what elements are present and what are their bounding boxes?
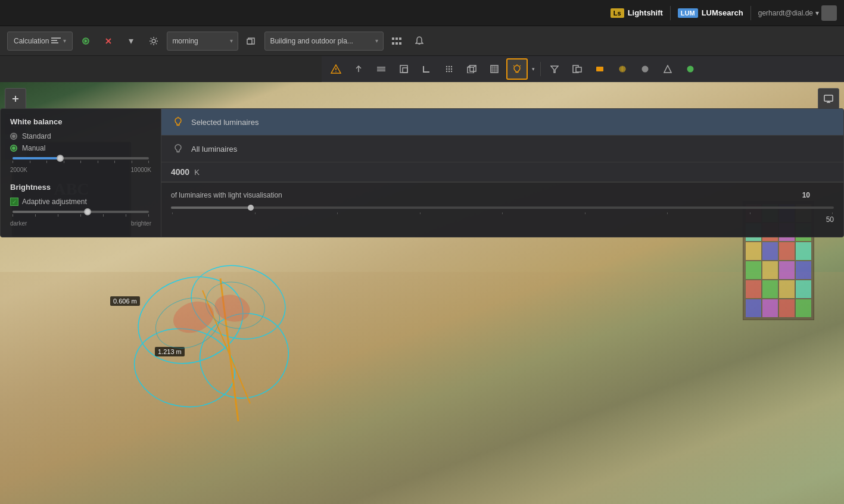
sphere-button[interactable] xyxy=(612,58,633,80)
standard-radio-dot xyxy=(10,133,17,140)
temperature-slider-thumb[interactable] xyxy=(57,155,64,162)
play-button[interactable] xyxy=(76,32,95,51)
stop-button[interactable] xyxy=(99,32,118,51)
cube-button[interactable] xyxy=(461,58,482,80)
dot-grid-button[interactable] xyxy=(438,58,460,80)
svg-rect-54 xyxy=(596,67,603,71)
calculation-icon xyxy=(51,37,61,45)
svg-marker-58 xyxy=(664,65,671,73)
arrow-up-button[interactable] xyxy=(348,58,369,80)
lumsearch-logo: LUM LUMsearch xyxy=(678,8,743,18)
main-toolbar: Calculation ▾ ▾ morning ▾ xyxy=(0,26,844,56)
luminaires-slider-row[interactable] xyxy=(171,206,834,209)
adaptive-checkbox[interactable]: ✓ xyxy=(10,198,18,206)
corner-button[interactable] xyxy=(393,58,415,80)
luminaires-slider-fill xyxy=(171,206,251,209)
lightshift-label: Lightshift xyxy=(628,8,663,17)
brightness-slider-track xyxy=(13,211,149,213)
dot-grid-icon xyxy=(445,65,453,73)
bell-button[interactable] xyxy=(410,32,429,51)
dropdown-menu: Selected luminaires All luminaires xyxy=(161,109,843,183)
luminaires-ticks xyxy=(171,212,834,214)
brightness-slider-thumb[interactable] xyxy=(84,208,91,215)
svg-rect-26 xyxy=(403,68,407,73)
brightness-ticks xyxy=(10,214,151,217)
sphere-icon xyxy=(618,65,627,73)
checkmark-icon: ✓ xyxy=(12,199,17,205)
svg-rect-0 xyxy=(51,37,61,39)
adaptive-checkbox-row[interactable]: ✓ Adaptive adjustment xyxy=(10,198,151,206)
calculation-button[interactable]: Calculation ▾ xyxy=(7,32,73,51)
svg-point-59 xyxy=(687,65,694,72)
lamp-active-button[interactable] xyxy=(506,58,528,80)
building-dropdown[interactable]: Building and outdoor pla... ▾ xyxy=(264,32,384,51)
lum-badge: LUM xyxy=(678,8,698,18)
grid-view-button[interactable] xyxy=(387,32,406,51)
building-label: Building and outdoor pla... xyxy=(270,37,353,45)
building-caret: ▾ xyxy=(375,37,378,44)
svg-rect-16 xyxy=(399,42,401,45)
gray-circle-button[interactable] xyxy=(634,58,656,80)
divider-2 xyxy=(750,6,751,20)
corner-icon xyxy=(400,65,408,73)
l-shape-icon xyxy=(422,65,431,73)
selected-luminaires-label: Selected luminaires xyxy=(191,118,259,127)
selected-luminaires-item[interactable]: Selected luminaires xyxy=(161,109,843,136)
all-luminaires-item[interactable]: All luminaires xyxy=(161,136,843,162)
layers-icon xyxy=(572,65,582,73)
lamp-dropdown-caret-btn[interactable]: ▾ xyxy=(529,58,537,80)
slider-value-row: 50 xyxy=(171,215,834,224)
lamp-icon-1 xyxy=(171,115,185,129)
svg-rect-15 xyxy=(395,42,398,45)
brightness-slider-container[interactable] xyxy=(10,211,151,217)
all-luminaires-label: All luminaires xyxy=(191,145,237,154)
svg-point-35 xyxy=(451,70,452,71)
warning-button[interactable] xyxy=(325,58,347,80)
standard-radio-row[interactable]: Standard xyxy=(10,132,151,140)
luminaires-slider-section: of luminaires with light visualisation 1… xyxy=(161,183,843,237)
temperature-slider-fill xyxy=(13,157,60,159)
orange-rect-icon xyxy=(596,66,604,72)
slider-ticks xyxy=(10,161,151,163)
settings-gear-button[interactable] xyxy=(144,32,163,51)
user-dropdown-caret: ▾ xyxy=(815,9,819,17)
dropdown-arrow-btn[interactable]: ▾ xyxy=(122,32,141,51)
svg-point-33 xyxy=(446,70,447,71)
svg-point-28 xyxy=(449,65,450,67)
l-shape-button[interactable] xyxy=(416,58,437,80)
luminaires-slider-thumb[interactable] xyxy=(248,205,254,211)
slider-value-1: 10 xyxy=(802,191,810,199)
temperature-slider-container[interactable] xyxy=(10,157,151,163)
svg-line-50 xyxy=(520,65,521,66)
cube-icon xyxy=(467,65,476,73)
hatch-button[interactable] xyxy=(484,58,505,80)
svg-point-32 xyxy=(451,68,452,69)
hatch-icon xyxy=(490,65,499,73)
right-panel: Selected luminaires All luminaires xyxy=(161,109,843,237)
copy-icon xyxy=(247,36,256,46)
layers-button[interactable] xyxy=(566,58,588,80)
svg-point-31 xyxy=(449,68,450,69)
svg-point-69 xyxy=(211,291,253,325)
morning-dropdown[interactable]: morning ▾ xyxy=(167,32,238,51)
white-balance-title: White balance xyxy=(10,117,151,126)
tb2-divider-1 xyxy=(540,62,541,76)
avatar xyxy=(821,5,837,21)
right-label: of luminaires with light visualisation xyxy=(171,191,282,199)
svg-point-20 xyxy=(335,71,337,72)
add-button[interactable] xyxy=(5,88,26,109)
filter-button[interactable] xyxy=(544,58,565,80)
slider-value-2: 50 xyxy=(826,215,834,224)
green-leaf-button[interactable] xyxy=(680,58,701,80)
manual-radio-row[interactable]: Manual xyxy=(10,144,151,152)
pyramid-button[interactable] xyxy=(657,58,678,80)
equal-sign-button[interactable] xyxy=(370,58,392,80)
copy-button[interactable] xyxy=(242,32,261,51)
main-content-area: ABC 0.606 m 1.213 m xyxy=(0,82,844,504)
monitor-button[interactable] xyxy=(818,88,839,109)
right-monitor-button[interactable] xyxy=(818,88,839,109)
warning-icon xyxy=(331,64,341,74)
secondary-toolbar: ▾ xyxy=(322,56,844,82)
orange-rect-button[interactable] xyxy=(589,58,611,80)
user-info[interactable]: gerhardt@dial.de ▾ xyxy=(758,5,837,21)
